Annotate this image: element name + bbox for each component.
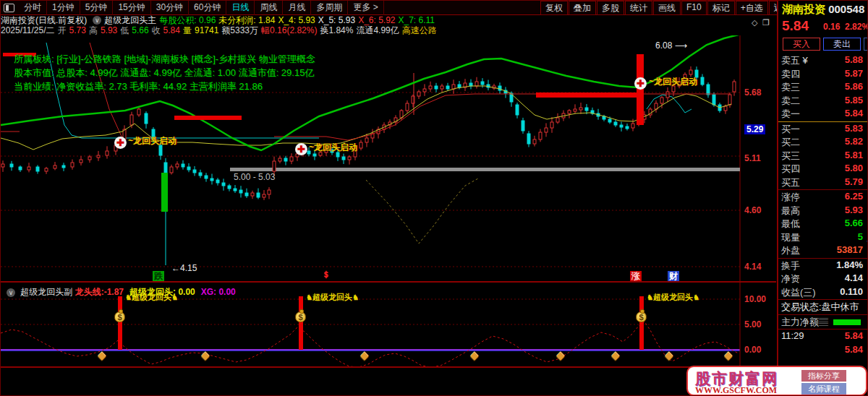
- quote-row-value: 6.25: [845, 191, 863, 202]
- quote-row-value: 5.80: [845, 163, 863, 173]
- watermark-badge-course: 名师课程: [801, 383, 846, 395]
- subchart-signal-label: ♞超级龙回头♞: [306, 292, 359, 303]
- quote-row-label: 卖一: [781, 108, 800, 119]
- panel-change: 0.16 2.82%: [823, 22, 868, 32]
- quote-row: 5.84: [781, 344, 868, 357]
- quote-row: 买二5.82: [781, 136, 868, 149]
- quote-row: 交易状态:盘中休市: [781, 301, 868, 314]
- diamond-icon: ◆: [201, 349, 210, 362]
- subchart-field: 龙头线:-1.87: [75, 287, 124, 297]
- diamond-icon: ◆: [724, 349, 733, 362]
- quote-row: 主力净额▤: [781, 316, 868, 329]
- quote-row: 最低5.66市: [781, 218, 868, 231]
- quote-row-value: 5.66: [845, 218, 863, 228]
- quote-row-label: 买一: [781, 124, 800, 134]
- watermark-badge-indicator-share: 指标分享: [801, 370, 846, 382]
- quote-row-value: 1.84%: [836, 259, 863, 270]
- diamond-tool-icon[interactable]: ◇: [752, 18, 757, 27]
- overlay-text-line: 所属板块: [行业]-公路铁路 [地域]-湖南板块 [概念]-乡村振兴 物业管理…: [14, 53, 315, 66]
- panel-separator: [778, 314, 868, 315]
- panel-separator: [778, 299, 868, 300]
- overlay-text-line: 当前业绩: 净资收益率: 2.73 毛利率: 44.92 主营利润率 21.86: [14, 80, 263, 93]
- sub-axis-label: 0.00: [744, 345, 761, 355]
- quote-row-value: 5.84: [845, 108, 863, 119]
- quote-row: 卖二5.85: [781, 95, 868, 108]
- quote-row-label: 交易状态:盘中休市: [781, 301, 859, 312]
- quote-row: 净资4.14流: [781, 272, 868, 285]
- quote-row-label: 最高: [781, 205, 800, 216]
- subchart-field: 超级龙回头: 0.00: [129, 287, 195, 297]
- quote-row: 收益(三)0.110P: [781, 286, 868, 299]
- dragon-start-label: ~龙回头启动: [128, 135, 176, 147]
- panel-stock-code: 000548: [828, 3, 864, 15]
- diamond-icon: ◆: [665, 349, 673, 362]
- quote-row-value: 5.88: [845, 54, 863, 65]
- sell-button[interactable]: 卖出: [823, 38, 861, 51]
- subchart-indicator-name[interactable]: 超级龙回头副: [20, 287, 72, 297]
- quote-row-label: 卖三: [781, 82, 800, 92]
- phoenix-icon: ♞: [693, 293, 699, 301]
- phoenix-icon: ♞: [647, 293, 653, 301]
- chart-stage[interactable]: 所属板块: [行业]-公路铁路 [地域]-湖南板块 [概念]-乡村振兴 物业管理…: [1, 1, 776, 396]
- quote-panel: 湖南投资 000548 5.84 0.16 2.82% 买入 卖出 卖五 ¥5.…: [777, 1, 868, 396]
- money-bag-icon: $: [636, 311, 647, 322]
- quote-row: 11:295.84: [781, 330, 868, 343]
- dragon-signal-marker-icon: ✚: [295, 143, 307, 155]
- quote-row-label: 主力净额: [781, 317, 819, 327]
- cutoff-button[interactable]: [864, 38, 868, 51]
- low-price-label: ←4.15: [171, 263, 197, 273]
- window-split-icon[interactable]: ❐: [762, 18, 770, 27]
- dragon-signal-marker-icon: ✚: [114, 137, 127, 149]
- panel-stock-name[interactable]: 湖南投资 000548: [782, 3, 864, 17]
- quote-row-value: 5.84: [845, 330, 863, 341]
- quote-row-label: 换手: [781, 260, 800, 271]
- quote-row-label: 最低: [781, 218, 800, 229]
- quote-row-value: 5.79: [845, 176, 863, 187]
- quote-row-label: 卖二: [781, 95, 800, 106]
- dragon-start-label: ~龙回头启动: [309, 142, 357, 154]
- quote-row: 最高5.93量: [781, 205, 868, 218]
- subchart-field: XG: 0.00: [201, 287, 236, 297]
- quote-row-value: 5.86: [845, 81, 863, 92]
- quote-row: 卖一5.84: [781, 108, 868, 121]
- quote-row: 卖五 ¥5.88: [781, 54, 868, 67]
- panel-separator: [778, 121, 868, 122]
- price-axis-label: 4.14: [744, 262, 761, 272]
- subchart-signal-label: ♞超级龙回头♞: [647, 292, 699, 303]
- price-axis-label: 5.29: [744, 124, 765, 134]
- signal-badge-跌: 跌: [153, 271, 164, 281]
- quote-row-value: 5.84: [845, 344, 863, 355]
- quote-row-value: 4.14: [845, 272, 863, 283]
- panel-last-price: 5.84: [782, 18, 809, 34]
- quote-row: 买四5.80: [781, 163, 868, 176]
- buy-button[interactable]: 买入: [783, 38, 820, 51]
- sub-axis-label: 10.00: [744, 294, 766, 304]
- quote-row-label: 卖五: [781, 55, 800, 66]
- signal-badge-＄: ＄: [320, 270, 332, 280]
- quote-row-label: 买五: [781, 177, 800, 188]
- quote-row: 涨停6.25跌: [781, 191, 868, 204]
- quote-row-label: 11:29: [781, 330, 804, 341]
- quote-row-value: 5.85: [845, 95, 863, 106]
- dragon-signal-marker-icon: ✚: [634, 77, 647, 90]
- phoenix-icon: ♞: [306, 293, 312, 301]
- quote-row-label: 涨停: [781, 191, 800, 202]
- quote-row-label: 买三: [781, 150, 800, 161]
- diamond-icon: ◆: [556, 349, 565, 362]
- money-bag-icon: $: [295, 311, 306, 322]
- panel-separator: [778, 329, 868, 330]
- list-icon: ▤: [819, 317, 828, 327]
- quote-row-value: 5.87: [845, 68, 863, 79]
- support-range-label: 5.00 - 5.03: [234, 172, 275, 182]
- chevron-down-icon[interactable]: ∨: [7, 288, 15, 297]
- quote-row-label: 净资: [781, 273, 800, 284]
- quote-row: 现量5总: [781, 231, 868, 244]
- quote-row-label: 现量: [781, 232, 800, 243]
- panel-separator: [778, 189, 868, 190]
- price-axis-label: 5.68: [744, 87, 761, 98]
- quote-row: 买一5.83: [781, 123, 868, 136]
- quote-row-label: 卖四: [781, 69, 800, 79]
- quote-row-label: 外盘: [781, 245, 800, 256]
- quote-row-value: 5.83: [845, 123, 863, 134]
- diamond-icon: ◆: [470, 349, 479, 362]
